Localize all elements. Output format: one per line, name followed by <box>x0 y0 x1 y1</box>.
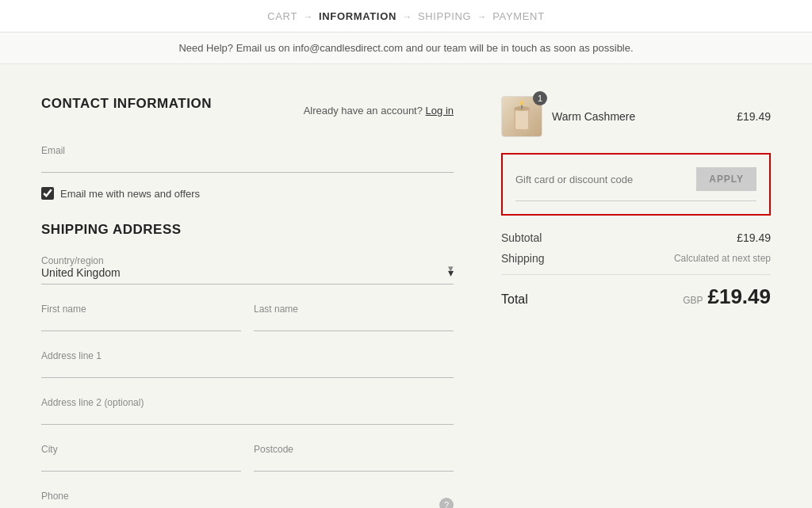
chevron-down-icon: ▾ <box>448 266 454 279</box>
main-container: CONTACT INFORMATION Already have an acco… <box>25 64 787 508</box>
city-postcode-row: City Postcode <box>41 439 454 486</box>
discount-inner: APPLY <box>515 167 756 201</box>
first-name-field-group: First name <box>41 299 241 331</box>
svg-point-4 <box>520 101 523 105</box>
address1-input[interactable] <box>41 346 454 378</box>
contact-section-title: CONTACT INFORMATION <box>41 96 212 112</box>
login-prompt: Already have an account? Log in <box>304 105 454 116</box>
item-name: Warm Cashmere <box>552 110 727 123</box>
country-field-group: Country/region United Kingdom ▾ <box>41 250 454 285</box>
item-price: £19.49 <box>737 110 771 123</box>
shipping-label: Shipping <box>501 252 545 265</box>
currency-label: GBP <box>683 295 703 306</box>
email-field-group: Email <box>41 140 454 173</box>
total-label: Total <box>501 292 528 307</box>
total-amount: GBP £19.49 <box>683 285 771 309</box>
name-field-row: First name Last name <box>41 299 454 346</box>
postcode-input[interactable] <box>254 439 454 472</box>
svg-rect-1 <box>515 110 528 129</box>
address2-field-group: Address line 2 (optional) <box>41 392 454 425</box>
city-input[interactable] <box>41 439 241 472</box>
left-column: CONTACT INFORMATION Already have an acco… <box>41 96 454 508</box>
shipping-section-title: SHIPPING ADDRESS <box>41 222 454 238</box>
arrow-icon-1: → <box>304 12 312 21</box>
phone-input[interactable] <box>41 486 454 508</box>
order-item: 1 Warm Cashmere £19.49 <box>501 96 771 137</box>
shipping-row: Shipping Calculated at next step <box>501 252 771 265</box>
phone-help-icon[interactable]: ? <box>439 498 454 508</box>
arrow-icon-2: → <box>403 12 412 21</box>
email-input[interactable] <box>41 140 454 173</box>
breadcrumb-cart[interactable]: CART <box>267 10 297 22</box>
candle-svg <box>508 99 536 134</box>
breadcrumb-shipping[interactable]: SHIPPING <box>418 10 471 22</box>
help-text: Need Help? Email us on info@candlesdirec… <box>178 42 633 54</box>
newsletter-checkbox[interactable] <box>41 187 54 200</box>
breadcrumb-payment[interactable]: PAYMENT <box>492 10 544 22</box>
newsletter-label: Email me with news and offers <box>60 188 200 200</box>
item-quantity-badge: 1 <box>533 91 547 105</box>
breadcrumb-items: CART → INFORMATION → SHIPPING → PAYMENT <box>267 10 544 22</box>
address1-field-group: Address line 1 <box>41 346 454 378</box>
shipping-value: Calculated at next step <box>674 253 771 264</box>
first-name-input[interactable] <box>41 299 241 331</box>
city-field-group: City <box>41 439 241 472</box>
item-image-wrapper: 1 <box>501 96 542 137</box>
apply-button[interactable]: APPLY <box>696 167 756 191</box>
last-name-input[interactable] <box>254 299 454 331</box>
phone-field-group: Phone ? <box>41 486 454 508</box>
address2-input[interactable] <box>41 392 454 425</box>
right-column: 1 Warm Cashmere £19.49 APPLY Subtotal £1… <box>501 96 771 309</box>
total-price: £19.49 <box>707 285 771 309</box>
breadcrumb-information[interactable]: INFORMATION <box>319 10 396 22</box>
postcode-field-group: Postcode <box>254 439 454 472</box>
subtotal-label: Subtotal <box>501 231 542 244</box>
contact-header: CONTACT INFORMATION Already have an acco… <box>41 96 454 124</box>
subtotal-row: Subtotal £19.49 <box>501 231 771 244</box>
help-bar: Need Help? Email us on info@candlesdirec… <box>0 32 812 64</box>
discount-code-box: APPLY <box>501 153 771 216</box>
country-select-wrapper: United Kingdom ▾ <box>41 250 454 285</box>
newsletter-checkbox-row: Email me with news and offers <box>41 187 454 200</box>
breadcrumb-bar: CART → INFORMATION → SHIPPING → PAYMENT <box>0 0 812 32</box>
subtotal-value: £19.49 <box>737 231 771 244</box>
discount-input[interactable] <box>515 170 690 189</box>
totals-divider <box>501 274 771 275</box>
last-name-field-group: Last name <box>254 299 454 331</box>
arrow-icon-3: → <box>477 12 486 21</box>
login-link[interactable]: Log in <box>426 105 454 116</box>
total-row: Total GBP £19.49 <box>501 285 771 309</box>
country-select[interactable]: United Kingdom ▾ <box>41 250 454 285</box>
